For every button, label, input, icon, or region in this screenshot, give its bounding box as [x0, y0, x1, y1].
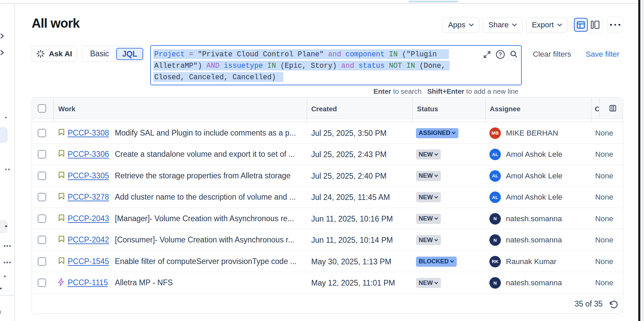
svg-text:?: ? [499, 52, 502, 57]
